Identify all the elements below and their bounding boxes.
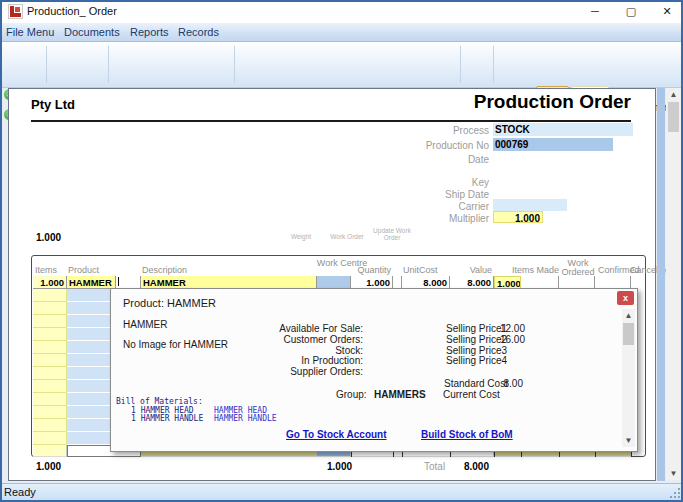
multiplier-field[interactable]: 1.000 — [493, 211, 543, 223]
empty-cell[interactable] — [33, 289, 67, 302]
date-label: Date — [339, 154, 489, 165]
app-icon — [8, 4, 23, 19]
divider — [460, 46, 461, 83]
status-bar: Ready — [0, 483, 683, 500]
menu-records[interactable]: Records — [174, 25, 223, 40]
divider — [493, 46, 494, 83]
scroll-thumb[interactable] — [623, 323, 634, 345]
text-caret — [118, 277, 119, 286]
col-items-made: Items Made — [512, 265, 559, 275]
in-production-label: In Production: — [203, 355, 363, 366]
menu-reports[interactable]: Reports — [126, 25, 173, 40]
update-work-order-mini-header: Update Work Order — [371, 228, 413, 241]
maximize-icon[interactable]: ▢ — [614, 0, 648, 22]
empty-cell[interactable] — [33, 315, 67, 328]
close-icon[interactable]: ✕ — [650, 0, 683, 22]
selling-price4-label: Selling Price4 — [446, 355, 507, 366]
supplier-orders-label: Supplier Orders: — [203, 366, 363, 377]
cell-items[interactable]: 1.000 — [33, 276, 67, 289]
multiplier-label: Multiplier — [339, 213, 489, 224]
build-stock-of-bom-link[interactable]: Build Stock of BoM — [421, 429, 513, 440]
scroll-margin-strip — [657, 88, 665, 481]
total-label: Total — [424, 461, 445, 472]
menu-file[interactable]: File Menu — [2, 25, 58, 40]
menu-documents[interactable]: Documents — [60, 25, 124, 40]
empty-cell[interactable] — [33, 354, 67, 367]
bottom-items — [33, 445, 67, 457]
window-title: Production_ Order — [27, 5, 117, 17]
available-for-sale-label: Available For Sale: — [203, 323, 363, 334]
toolbar: ←Prev →Next Notes▾ Search Print ↶Undo ↷R… — [0, 42, 683, 88]
scroll-down-icon[interactable]: ▼ — [666, 467, 681, 480]
col-description: Description — [142, 265, 187, 275]
empty-cell[interactable] — [33, 380, 67, 393]
col-items: Items — [35, 265, 57, 275]
main-vertical-scrollbar[interactable]: ▲ ▼ — [666, 88, 681, 480]
total-quantity: 1.000 — [327, 461, 352, 472]
col-product: Product — [68, 265, 99, 275]
col-quantity: Quantity — [351, 265, 391, 275]
production-no-label: Production No — [339, 140, 489, 151]
menu-bar: File Menu Documents Reports Records — [0, 23, 683, 42]
group-value: HAMMERS — [374, 389, 426, 400]
current-cost-label: Current Cost — [443, 389, 500, 400]
weight-mini-header: Weight — [281, 234, 321, 241]
empty-cell[interactable] — [33, 328, 67, 341]
divider — [46, 46, 47, 83]
title-bar: Production_ Order ─ ▢ ✕ — [0, 0, 683, 23]
key-label: Key — [339, 177, 489, 188]
divider — [108, 46, 109, 83]
status-text: Ready — [4, 486, 36, 498]
selling-price2-value: 16.00 — [499, 334, 525, 345]
process-label: Process — [339, 125, 489, 136]
standard-cost-value: 8.00 — [497, 378, 523, 389]
bom-title: Bill of Materials: — [116, 397, 203, 406]
empty-cell[interactable] — [33, 341, 67, 354]
group-label: Group: — [336, 389, 367, 400]
resize-grip[interactable] — [670, 488, 680, 498]
company-name: Pty Ltd — [31, 97, 75, 112]
scroll-down-icon[interactable]: ▼ — [622, 434, 635, 447]
selling-price2-label: Selling Price2 — [446, 334, 507, 345]
carrier-label: Carrier — [339, 201, 489, 212]
page-title: Production Order — [331, 91, 631, 113]
selling-price1-value: 12.00 — [499, 323, 525, 334]
col-unitcost: UnitCost — [403, 265, 438, 275]
bom-row-desc: HAMMER HANDLE — [214, 414, 277, 423]
production-order-window: Production_ Order ─ ▢ ✕ File Menu Docume… — [0, 0, 683, 502]
product-name: HAMMER — [123, 319, 167, 330]
scroll-thumb[interactable] — [668, 102, 679, 132]
empty-cell[interactable] — [33, 432, 67, 445]
scroll-up-icon[interactable]: ▲ — [622, 309, 635, 322]
empty-cell[interactable] — [33, 419, 67, 432]
empty-cell[interactable] — [33, 302, 67, 315]
process-field[interactable]: STOCK — [493, 123, 633, 136]
top-quantity-value: 1.000 — [36, 232, 61, 243]
col-value: Value — [452, 265, 492, 275]
customer-orders-label: Customer Orders: — [203, 334, 363, 345]
empty-cell[interactable] — [33, 406, 67, 419]
work-order-mini-header: Work Order — [325, 234, 369, 241]
divider — [234, 46, 235, 83]
heading-rule — [31, 120, 631, 122]
popup-title: Product: HAMMER — [123, 297, 216, 309]
total-items: 1.000 — [36, 461, 61, 472]
selling-price1-label: Selling Price1 — [446, 323, 507, 334]
popup-close-icon[interactable]: x — [617, 291, 634, 305]
product-info-popup: Product: HAMMER x HAMMER No Image for HA… — [110, 288, 638, 452]
empty-cell[interactable] — [33, 367, 67, 380]
ship-date-label: Ship Date — [339, 189, 489, 200]
carrier-field[interactable] — [493, 199, 567, 211]
empty-cell[interactable] — [33, 393, 67, 406]
production-no-field[interactable]: 000769 — [493, 138, 613, 151]
cell-product[interactable]: HAMMER — [67, 276, 116, 289]
minimize-icon[interactable]: ─ — [578, 0, 612, 22]
go-to-stock-account-link[interactable]: Go To Stock Account — [286, 429, 387, 440]
total-value: 8.000 — [449, 461, 489, 472]
scroll-up-icon[interactable]: ▲ — [666, 88, 681, 101]
popup-scrollbar[interactable]: ▲ ▼ — [622, 309, 635, 447]
bom-row-item: 1 HAMMER HANDLE — [131, 414, 203, 423]
